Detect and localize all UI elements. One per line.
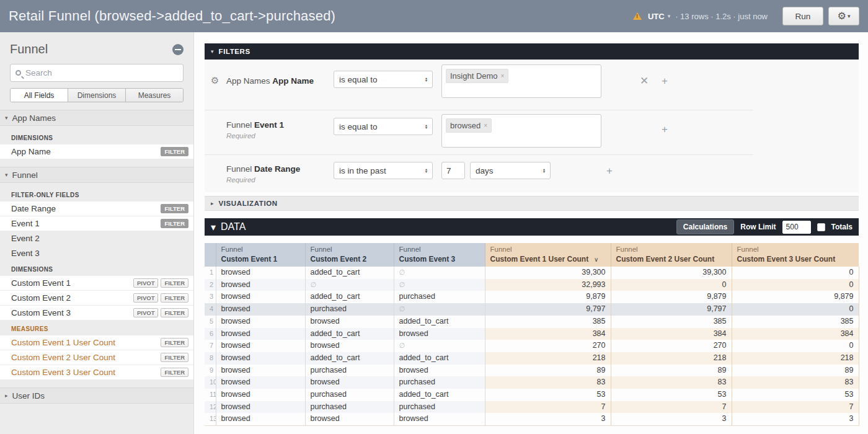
- column-header-custom-event-1-user-count[interactable]: FunnelCustom Event 1 User Count ∨: [485, 243, 611, 267]
- warning-icon[interactable]: [633, 12, 642, 20]
- measure-cell[interactable]: 9,879: [732, 291, 859, 303]
- dimension-cell[interactable]: browsed: [216, 389, 305, 401]
- collapse-sidebar-button[interactable]: [172, 44, 184, 55]
- calculations-button[interactable]: Calculations: [676, 219, 734, 234]
- operator-select-app-name[interactable]: is equal to▴▾: [334, 71, 433, 88]
- filter-badge[interactable]: FILTER: [161, 368, 188, 378]
- measure-cell[interactable]: 83: [732, 376, 859, 389]
- dimension-cell[interactable]: added_to_cart: [394, 316, 485, 328]
- filter-badge[interactable]: FILTER: [161, 293, 188, 303]
- filter-badge[interactable]: FILTER: [161, 204, 188, 214]
- measure-cell[interactable]: 270: [611, 340, 732, 352]
- sidebar-item-custom-event-1-user-count[interactable]: Custom Event 1 User CountFILTER: [0, 335, 193, 350]
- measure-cell[interactable]: 7: [485, 401, 611, 414]
- row-limit-input[interactable]: [782, 221, 811, 234]
- tab-dimensions[interactable]: Dimensions: [68, 89, 126, 102]
- dimension-cell[interactable]: browsed: [216, 291, 305, 303]
- filter-number-input[interactable]: [441, 162, 465, 179]
- measure-cell[interactable]: 385: [611, 316, 732, 328]
- measure-cell[interactable]: 3: [611, 413, 732, 425]
- dimension-cell[interactable]: purchased: [394, 376, 485, 389]
- column-header-custom-event-2[interactable]: FunnelCustom Event 2: [305, 243, 394, 267]
- dimension-cell[interactable]: purchased: [305, 389, 394, 401]
- measure-cell[interactable]: 0: [611, 279, 732, 291]
- dimension-cell[interactable]: added_to_cart: [305, 352, 394, 365]
- dimension-cell[interactable]: purchased: [305, 365, 394, 377]
- filter-badge[interactable]: FILTER: [161, 219, 188, 229]
- dimension-cell[interactable]: ∅: [394, 303, 485, 316]
- dimension-cell[interactable]: browsed: [305, 413, 394, 425]
- sidebar-item-custom-event-1[interactable]: Custom Event 1PIVOTFILTER: [0, 276, 193, 290]
- sidebar-item-custom-event-2[interactable]: Custom Event 2PIVOTFILTER: [0, 291, 193, 305]
- dimension-cell[interactable]: browsed: [305, 340, 394, 352]
- dimension-cell[interactable]: purchased: [394, 291, 485, 303]
- operator-select-date-range[interactable]: is in the past▴▾: [334, 162, 433, 179]
- measure-cell[interactable]: 384: [485, 328, 611, 340]
- run-button[interactable]: Run: [782, 7, 823, 25]
- dimension-cell[interactable]: browsed: [394, 365, 485, 377]
- measure-cell[interactable]: 9,879: [485, 291, 611, 303]
- dimension-cell[interactable]: browsed: [216, 401, 305, 414]
- search-box[interactable]: [10, 64, 184, 82]
- filters-section-header[interactable]: ▾ FILTERS: [205, 43, 859, 60]
- pivot-badge[interactable]: PIVOT: [133, 278, 159, 288]
- dimension-cell[interactable]: browsed: [305, 316, 394, 328]
- dimension-cell[interactable]: browsed: [305, 376, 394, 389]
- column-header-custom-event-1[interactable]: FunnelCustom Event 1: [216, 243, 305, 267]
- measure-cell[interactable]: 270: [485, 340, 611, 352]
- dimension-cell[interactable]: purchased: [394, 401, 485, 414]
- measure-cell[interactable]: 3: [485, 413, 611, 425]
- measure-cell[interactable]: 218: [485, 352, 611, 365]
- add-filter-icon[interactable]: +: [606, 166, 613, 176]
- pivot-badge[interactable]: PIVOT: [133, 293, 159, 303]
- dimension-cell[interactable]: added_to_cart: [305, 267, 394, 279]
- measure-cell[interactable]: 53: [611, 389, 732, 401]
- dimension-cell[interactable]: browsed: [216, 328, 305, 340]
- data-section-header[interactable]: ▾ DATA Calculations Row Limit Totals: [205, 218, 859, 236]
- measure-cell[interactable]: 89: [611, 365, 732, 377]
- dimension-cell[interactable]: browsed: [216, 267, 305, 279]
- chip-remove-icon[interactable]: ×: [501, 73, 505, 79]
- dimension-cell[interactable]: browsed: [216, 279, 305, 291]
- measure-cell[interactable]: 32,993: [485, 279, 611, 291]
- measure-cell[interactable]: 0: [732, 340, 859, 352]
- sidebar-item-custom-event-3[interactable]: Custom Event 3PIVOTFILTER: [0, 306, 193, 320]
- dimension-cell[interactable]: added_to_cart: [394, 389, 485, 401]
- measure-cell[interactable]: 89: [485, 365, 611, 377]
- sidebar-item-custom-event-2-user-count[interactable]: Custom Event 2 User CountFILTER: [0, 350, 193, 365]
- dimension-cell[interactable]: ∅: [305, 279, 394, 291]
- measure-cell[interactable]: 39,300: [485, 267, 611, 279]
- dimension-cell[interactable]: added_to_cart: [394, 352, 485, 365]
- dimension-cell[interactable]: browsed: [216, 413, 305, 425]
- measure-cell[interactable]: 89: [732, 365, 859, 377]
- dimension-cell[interactable]: browsed: [394, 413, 485, 425]
- filter-badge[interactable]: FILTER: [161, 147, 188, 157]
- measure-cell[interactable]: 9,797: [611, 303, 732, 316]
- dimension-cell[interactable]: browsed: [216, 376, 305, 389]
- dimension-cell[interactable]: browsed: [394, 328, 485, 340]
- measure-cell[interactable]: 384: [611, 328, 732, 340]
- measure-cell[interactable]: 9,797: [485, 303, 611, 316]
- dimension-cell[interactable]: browsed: [216, 352, 305, 365]
- sidebar-item-custom-event-3-user-count[interactable]: Custom Event 3 User CountFILTER: [0, 365, 193, 379]
- remove-filter-icon[interactable]: ✕: [640, 76, 649, 86]
- column-header-custom-event-3-user-count[interactable]: FunnelCustom Event 3 User Count: [732, 243, 859, 267]
- dimension-cell[interactable]: purchased: [305, 401, 394, 414]
- search-input[interactable]: [25, 68, 178, 78]
- measure-cell[interactable]: 385: [732, 316, 859, 328]
- dimension-cell[interactable]: browsed: [216, 365, 305, 377]
- measure-cell[interactable]: 218: [732, 352, 859, 365]
- column-header-custom-event-2-user-count[interactable]: FunnelCustom Event 2 User Count: [611, 243, 732, 267]
- measure-cell[interactable]: 385: [485, 316, 611, 328]
- measure-cell[interactable]: 384: [732, 328, 859, 340]
- tab-all-fields[interactable]: All Fields: [11, 89, 68, 102]
- measure-cell[interactable]: 39,300: [611, 267, 732, 279]
- unit-select[interactable]: days▴▾: [470, 162, 551, 179]
- totals-checkbox[interactable]: [817, 223, 825, 231]
- filter-badge[interactable]: FILTER: [161, 278, 188, 288]
- gear-icon[interactable]: ⚙: [211, 75, 219, 86]
- measure-cell[interactable]: 83: [611, 376, 732, 389]
- dimension-cell[interactable]: browsed: [216, 316, 305, 328]
- measure-cell[interactable]: 0: [732, 279, 859, 291]
- dimension-cell[interactable]: purchased: [305, 303, 394, 316]
